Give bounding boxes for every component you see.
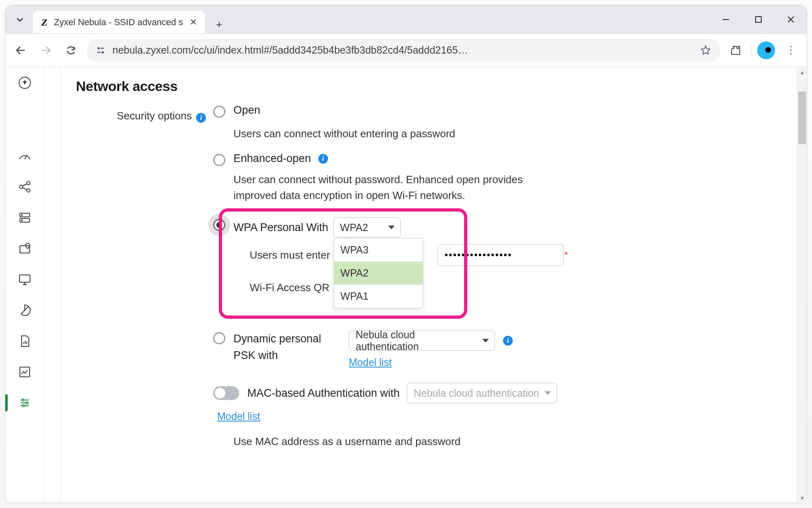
- svg-rect-3: [101, 48, 104, 49]
- sidebar-item-topology[interactable]: [5, 178, 44, 195]
- wpa-mode-dropdown: WPA3 WPA2 WPA1: [334, 238, 423, 308]
- wifi-qr-label: Wi-Fi Access QR: [250, 281, 784, 294]
- puzzle-icon: [730, 45, 741, 56]
- tab-search-button[interactable]: [10, 10, 30, 30]
- window-close-button[interactable]: [781, 9, 801, 30]
- svg-rect-18: [19, 275, 30, 282]
- reload-icon: [65, 45, 77, 56]
- sidebar-item-map[interactable]: [5, 240, 44, 257]
- extensions-button[interactable]: [726, 41, 745, 60]
- window-maximize-button[interactable]: [748, 9, 769, 30]
- mac-model-list-link[interactable]: Model list: [217, 411, 260, 422]
- radio-enhanced-open-desc: User can connect without password. Enhan…: [233, 172, 534, 203]
- svg-line-11: [22, 184, 27, 186]
- radio-open[interactable]: [213, 106, 225, 118]
- wpa-desc-prefix: Users must enter: [250, 249, 330, 262]
- monitor-icon: [18, 272, 32, 286]
- wpa-option-wpa3[interactable]: WPA3: [334, 238, 423, 262]
- info-icon[interactable]: i: [503, 336, 513, 346]
- sidebar-item-clients[interactable]: [5, 271, 44, 288]
- arrow-right-icon: [40, 44, 52, 56]
- svg-line-12: [22, 188, 27, 190]
- tab-favicon-icon: Z: [39, 17, 50, 28]
- svg-point-16: [21, 220, 22, 220]
- map-pin-icon: [18, 242, 32, 255]
- sidebar-item-logs[interactable]: [5, 333, 44, 350]
- svg-point-10: [27, 189, 30, 192]
- address-bar-row: nebula.zyxel.com/cc/ui/index.html#/5addd…: [5, 34, 807, 67]
- svg-point-28: [22, 399, 24, 401]
- profile-button[interactable]: [757, 41, 775, 59]
- file-chart-icon: [18, 334, 32, 348]
- wpa-mode-select[interactable]: WPA2 WPA3 WPA2 WPA1: [333, 217, 401, 238]
- dppsk-auth-select[interactable]: Nebula cloud authentication: [349, 331, 495, 351]
- wpa-option-wpa1[interactable]: WPA1: [334, 285, 423, 308]
- url-text: nebula.zyxel.com/cc/ui/index.html#/5addd…: [112, 44, 693, 56]
- sidebar-item-reports[interactable]: [5, 302, 44, 319]
- browser-tab-strip: Z Zyxel Nebula - SSID advanced s ✕ +: [5, 5, 807, 34]
- sidebar-item-analytics[interactable]: [5, 363, 44, 380]
- site-settings-icon[interactable]: [95, 44, 107, 56]
- sidebar-item-dashboard[interactable]: [5, 147, 44, 164]
- pie-chart-icon: [18, 303, 32, 317]
- sidebar-item-configure[interactable]: [5, 394, 44, 411]
- mac-auth-select[interactable]: Nebula cloud authentication: [407, 383, 557, 403]
- new-tab-button[interactable]: +: [210, 15, 229, 34]
- wpa-option-wpa2[interactable]: WPA2: [334, 262, 423, 285]
- info-icon[interactable]: i: [196, 113, 206, 123]
- mac-auth-label: MAC-based Authentication with: [247, 387, 400, 400]
- radio-enhanced-open[interactable]: [213, 154, 225, 166]
- browser-menu-button[interactable]: ⋮: [781, 44, 801, 56]
- arrow-left-icon: [15, 44, 27, 56]
- radio-open-label: Open: [233, 104, 784, 117]
- browser-tab[interactable]: Z Zyxel Nebula - SSID advanced s ✕: [33, 11, 205, 34]
- mac-auth-toggle[interactable]: [213, 386, 239, 400]
- reload-button[interactable]: [61, 41, 81, 60]
- mac-auth-desc: Use MAC address as a username and passwo…: [233, 434, 784, 450]
- svg-point-29: [26, 402, 28, 404]
- scroll-up-button[interactable]: ▴: [797, 67, 807, 77]
- radio-dynamic-psk-label: Dynamic personal PSK with: [233, 331, 339, 363]
- sidebar-item-devices[interactable]: [5, 209, 44, 226]
- scroll-down-button[interactable]: ▾: [797, 493, 807, 503]
- main-panel: Network access Security options i Open: [44, 67, 807, 503]
- trend-icon: [18, 365, 32, 379]
- chevron-down-icon: [16, 16, 24, 24]
- svg-point-15: [21, 214, 22, 215]
- svg-rect-24: [20, 367, 30, 377]
- svg-rect-1: [756, 17, 761, 22]
- forward-button[interactable]: [36, 41, 56, 60]
- required-asterisk: *: [564, 250, 568, 260]
- dppsk-model-list-link[interactable]: Model list: [349, 357, 513, 368]
- sliders-icon: [18, 396, 32, 410]
- security-options-label: Security options: [117, 110, 192, 122]
- radio-wpa-personal[interactable]: [213, 219, 225, 231]
- bookmark-button[interactable]: [699, 44, 712, 57]
- info-icon[interactable]: i: [318, 154, 328, 164]
- app-sidebar: [5, 67, 44, 503]
- scrollbar[interactable]: ▴ ▾: [797, 67, 807, 503]
- svg-rect-17: [20, 246, 30, 253]
- share-icon: [18, 180, 32, 194]
- scroll-thumb[interactable]: [798, 91, 806, 144]
- sidebar-item-ai[interactable]: [5, 74, 44, 91]
- radio-wpa-personal-label: WPA Personal With: [233, 221, 328, 234]
- window-minimize-button[interactable]: [716, 9, 736, 30]
- svg-point-9: [27, 182, 30, 185]
- svg-point-2: [97, 47, 100, 50]
- tab-title: Zyxel Nebula - SSID advanced s: [54, 17, 183, 28]
- address-bar[interactable]: nebula.zyxel.com/cc/ui/index.html#/5addd…: [86, 39, 720, 62]
- wpa-password-input[interactable]: [438, 244, 564, 266]
- svg-rect-5: [97, 52, 101, 53]
- gauge-icon: [18, 149, 32, 163]
- radio-enhanced-open-label: Enhanced-open: [233, 152, 311, 165]
- section-title: Network access: [76, 78, 784, 94]
- back-button[interactable]: [11, 41, 30, 60]
- radio-dynamic-psk[interactable]: [213, 332, 225, 344]
- server-icon: [18, 211, 32, 225]
- sparkle-icon: [17, 76, 32, 90]
- svg-point-30: [22, 405, 24, 407]
- svg-point-4: [102, 51, 104, 54]
- close-tab-button[interactable]: ✕: [187, 17, 199, 28]
- star-icon: [700, 45, 711, 56]
